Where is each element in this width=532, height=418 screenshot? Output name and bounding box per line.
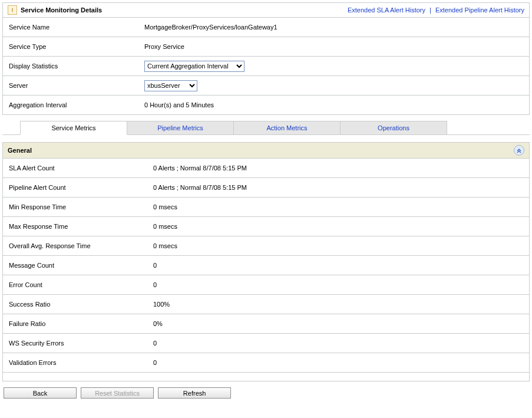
extended-pipeline-history-link[interactable]: Extended Pipeline Alert History bbox=[435, 6, 524, 14]
display-statistics-label: Display Statistics bbox=[3, 57, 138, 76]
extended-sla-history-link[interactable]: Extended SLA Alert History bbox=[348, 6, 425, 14]
metric-label: Max Response Time bbox=[3, 217, 147, 236]
metrics-tabrow: Service Metrics Pipeline Metrics Action … bbox=[20, 121, 517, 135]
aggregation-interval-value: 0 Hour(s) and 5 Minutes bbox=[138, 96, 529, 115]
header-links: Extended SLA Alert History | Extended Pi… bbox=[348, 6, 524, 14]
table-row: Pipeline Alert Count0 Alerts ; Normal 8/… bbox=[3, 178, 529, 198]
metric-value: 0 bbox=[147, 275, 529, 295]
aggregation-interval-label: Aggregation Interval bbox=[3, 96, 138, 115]
table-row: Failure Ratio0% bbox=[3, 314, 529, 334]
collapse-icon[interactable] bbox=[514, 145, 524, 156]
server-select[interactable]: xbusServer bbox=[144, 80, 197, 91]
table-row: Min Response Time0 msecs bbox=[3, 198, 529, 217]
metric-label: Validation Errors bbox=[3, 353, 147, 373]
metric-label: Failure Ratio bbox=[3, 314, 147, 334]
panel-title: Service Monitoring Details bbox=[21, 6, 102, 14]
link-separator: | bbox=[427, 6, 434, 14]
metric-value: 0 bbox=[147, 334, 529, 353]
panel-header: ! Service Monitoring Details Extended SL… bbox=[3, 3, 529, 18]
metric-label: Pipeline Alert Count bbox=[3, 178, 147, 198]
table-row: Error Count0 bbox=[3, 275, 529, 295]
metric-label: SLA Alert Count bbox=[3, 159, 147, 178]
tab-service-metrics[interactable]: Service Metrics bbox=[20, 121, 127, 135]
general-metrics-table: SLA Alert Count0 Alerts ; Normal 8/7/08 … bbox=[3, 159, 529, 372]
metric-value: 0 bbox=[147, 256, 529, 275]
metric-value: 0 msecs bbox=[147, 198, 529, 217]
table-row: Message Count0 bbox=[3, 256, 529, 275]
general-section-header: General bbox=[3, 143, 529, 159]
general-section-footer bbox=[3, 372, 529, 381]
button-bar: Back Reset Statistics Refresh bbox=[2, 386, 530, 402]
tab-pipeline-metrics[interactable]: Pipeline Metrics bbox=[127, 121, 234, 135]
tab-action-metrics[interactable]: Action Metrics bbox=[233, 121, 341, 135]
table-row: Max Response Time0 msecs bbox=[3, 217, 529, 236]
warning-icon: ! bbox=[8, 5, 17, 15]
back-button[interactable]: Back bbox=[4, 387, 77, 399]
general-title: General bbox=[8, 147, 32, 154]
metric-value: 0 msecs bbox=[147, 236, 529, 256]
metric-value: 0 msecs bbox=[147, 217, 529, 236]
service-type-value: Proxy Service bbox=[138, 37, 529, 57]
svg-text:!: ! bbox=[12, 7, 14, 13]
tab-operations[interactable]: Operations bbox=[340, 121, 447, 135]
table-row: Overall Avg. Response Time0 msecs bbox=[3, 236, 529, 256]
metric-label: Error Count bbox=[3, 275, 147, 295]
metric-label: Overall Avg. Response Time bbox=[3, 236, 147, 256]
table-row: Validation Errors0 bbox=[3, 353, 529, 373]
service-info-table: Service Name MortgageBroker/ProxyService… bbox=[3, 18, 529, 114]
metric-label: Success Ratio bbox=[3, 295, 147, 314]
table-row: Success Ratio100% bbox=[3, 295, 529, 314]
metric-label: Message Count bbox=[3, 256, 147, 275]
metric-value: 0% bbox=[147, 314, 529, 334]
table-row: WS Security Errors0 bbox=[3, 334, 529, 353]
metrics-tabs-wrap: Service Metrics Pipeline Metrics Action … bbox=[2, 121, 530, 135]
metric-value: 0 Alerts ; Normal 8/7/08 5:15 PM bbox=[147, 159, 529, 178]
refresh-button[interactable]: Refresh bbox=[158, 387, 231, 399]
reset-statistics-button[interactable]: Reset Statistics bbox=[81, 387, 154, 399]
service-name-value: MortgageBroker/ProxyServices/loanGateway… bbox=[138, 18, 529, 37]
general-section: General SLA Alert Count0 Alerts ; Normal… bbox=[2, 142, 530, 381]
table-row: SLA Alert Count0 Alerts ; Normal 8/7/08 … bbox=[3, 159, 529, 178]
metric-label: Min Response Time bbox=[3, 198, 147, 217]
metric-value: 0 bbox=[147, 353, 529, 373]
service-monitoring-panel: ! Service Monitoring Details Extended SL… bbox=[2, 2, 530, 115]
display-statistics-select[interactable]: Current Aggregation Interval bbox=[144, 61, 244, 72]
server-label: Server bbox=[3, 76, 138, 96]
metric-label: WS Security Errors bbox=[3, 334, 147, 353]
metric-value: 0 Alerts ; Normal 8/7/08 5:15 PM bbox=[147, 178, 529, 198]
service-type-label: Service Type bbox=[3, 37, 138, 57]
metric-value: 100% bbox=[147, 295, 529, 314]
service-name-label: Service Name bbox=[3, 18, 138, 37]
